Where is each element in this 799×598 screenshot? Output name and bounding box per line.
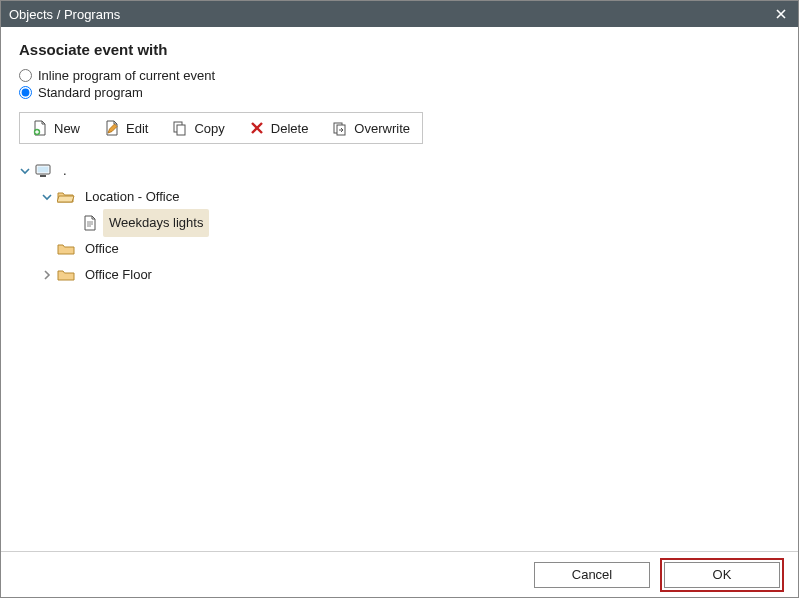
radio-inline-program[interactable]: Inline program of current event (19, 68, 780, 83)
chevron-right-icon[interactable] (41, 269, 53, 281)
svg-rect-2 (177, 125, 185, 135)
ok-button-label: OK (713, 567, 732, 582)
folder-icon (57, 267, 75, 283)
delete-button-label: Delete (271, 121, 309, 136)
ok-button-highlight: OK (660, 558, 784, 592)
new-button[interactable]: New (20, 113, 92, 143)
toolbar: New Edit Copy (19, 112, 423, 144)
tree-item-weekdays-lights[interactable]: Weekdays lights (19, 210, 780, 236)
radio-standard-input[interactable] (19, 86, 32, 99)
computer-icon (35, 163, 53, 179)
overwrite-button-label: Overwrite (354, 121, 410, 136)
radio-standard-label: Standard program (38, 85, 143, 100)
svg-rect-7 (40, 175, 46, 177)
tree-item-office-floor[interactable]: Office Floor (19, 262, 780, 288)
new-button-label: New (54, 121, 80, 136)
edit-icon (104, 120, 120, 136)
tree-root-label: . (57, 157, 73, 185)
radio-inline-label: Inline program of current event (38, 68, 215, 83)
edit-button-label: Edit (126, 121, 148, 136)
program-icon (81, 215, 99, 231)
folder-icon (57, 241, 75, 257)
new-file-icon (32, 120, 48, 136)
radio-inline-input[interactable] (19, 69, 32, 82)
overwrite-icon (332, 120, 348, 136)
tree-item-label: Weekdays lights (103, 209, 209, 237)
tree-root[interactable]: . (19, 158, 780, 184)
svg-rect-6 (38, 167, 49, 173)
copy-icon (172, 120, 188, 136)
cancel-button[interactable]: Cancel (534, 562, 650, 588)
tree-item-label: Office Floor (79, 261, 158, 289)
titlebar: Objects / Programs (1, 1, 798, 27)
close-icon[interactable] (772, 9, 790, 19)
tree-item-location-office[interactable]: Location - Office (19, 184, 780, 210)
tree-item-label: Office (79, 235, 125, 263)
folder-open-icon (57, 189, 75, 205)
object-tree: . Location - Office (19, 158, 780, 288)
chevron-down-icon[interactable] (41, 191, 53, 203)
dialog-content: Associate event with Inline program of c… (1, 27, 798, 288)
tree-item-office[interactable]: Office (19, 236, 780, 262)
copy-button[interactable]: Copy (160, 113, 236, 143)
delete-button[interactable]: Delete (237, 113, 321, 143)
copy-button-label: Copy (194, 121, 224, 136)
ok-button[interactable]: OK (664, 562, 780, 588)
edit-button[interactable]: Edit (92, 113, 160, 143)
page-title: Associate event with (19, 41, 780, 58)
window-title: Objects / Programs (9, 7, 772, 22)
cancel-button-label: Cancel (572, 567, 612, 582)
tree-item-label: Location - Office (79, 183, 185, 211)
radio-standard-program[interactable]: Standard program (19, 85, 780, 100)
chevron-down-icon[interactable] (19, 165, 31, 177)
associate-radiogroup: Inline program of current event Standard… (19, 68, 780, 100)
dialog-footer: Cancel OK (1, 551, 798, 597)
overwrite-button[interactable]: Overwrite (320, 113, 422, 143)
delete-icon (249, 120, 265, 136)
